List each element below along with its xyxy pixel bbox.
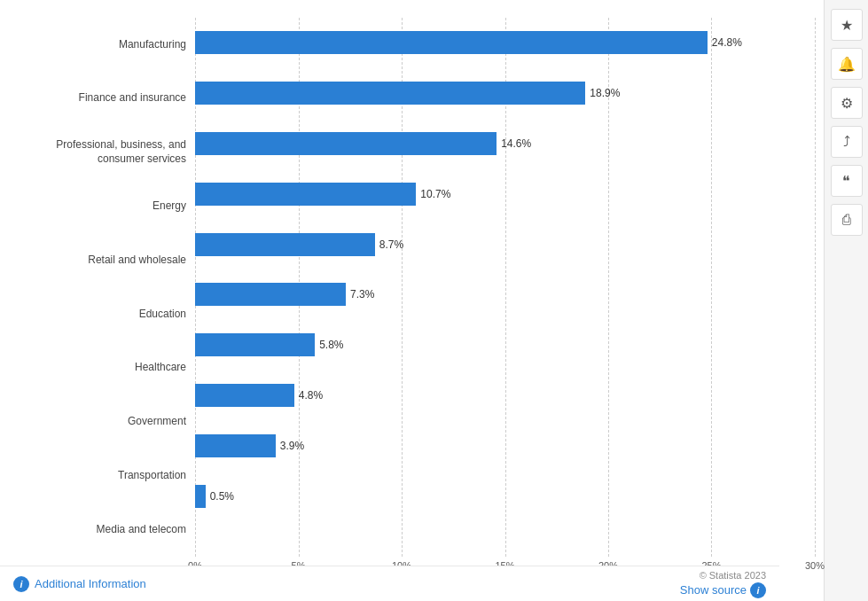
bar-label-9: Media and telecom [9,514,195,546]
info-icon: i [13,576,29,592]
bar-rect-3 [195,183,416,206]
bar-value-6: 5.8% [319,339,343,351]
bar-item-2: 14.6% [195,128,815,160]
bar-label-5: Education [9,298,195,330]
chart-wrapper: ManufacturingFinance and insuranceProfes… [9,18,815,592]
bar-value-0: 24.8% [712,36,742,49]
bar-rect-6 [195,333,315,356]
bar-value-3: 10.7% [420,188,450,200]
show-source-icon: i [750,582,766,598]
bottom-right: © Statista 2023 Show source i [680,570,766,598]
bar-value-5: 7.3% [350,288,374,300]
bar-label-0: Manufacturing [9,28,195,60]
bookmark-button[interactable]: ★ [831,9,863,41]
bar-item-1: 18.9% [195,77,815,109]
statista-credit: © Statista 2023 [700,570,766,581]
bar-value-7: 4.8% [299,389,323,402]
bar-item-0: 24.8% [195,27,815,59]
x-tick-30%: 30% [805,560,825,571]
bar-item-8: 3.9% [195,430,815,462]
bar-value-1: 18.9% [590,87,620,99]
bar-label-2: Professional, business, and consumer ser… [9,137,195,168]
bar-rect-8 [195,434,276,457]
settings-button[interactable]: ⚙ [831,87,863,119]
bar-rect-2 [195,132,497,155]
right-sidebar: ★🔔⚙⤴❝⎙ [824,0,868,601]
bar-value-8: 3.9% [280,440,304,452]
show-source-label: Show source [680,583,747,597]
grid-line-30% [815,18,816,557]
bar-rect-7 [195,384,294,407]
bars-area: 24.8%18.9%14.6%10.7%8.7%7.3%5.8%4.8%3.9%… [195,18,815,557]
bar-rect-9 [195,485,206,508]
bar-rect-0 [195,31,708,54]
bar-label-8: Transportation [9,460,195,492]
additional-info-button[interactable]: i Additional Information [13,576,146,592]
alert-button[interactable]: 🔔 [831,48,863,80]
print-button[interactable]: ⎙ [831,204,863,236]
bar-item-7: 4.8% [195,379,815,411]
bar-label-6: Healthcare [9,352,195,384]
bar-value-4: 8.7% [379,238,403,251]
bar-item-6: 5.8% [195,329,815,361]
grid-and-bars: ManufacturingFinance and insuranceProfes… [9,18,815,592]
plot-area: 24.8%18.9%14.6%10.7%8.7%7.3%5.8%4.8%3.9%… [195,18,815,592]
bar-rect-5 [195,283,346,306]
show-source-button[interactable]: Show source i [680,582,766,598]
bar-item-9: 0.5% [195,480,815,512]
labels-column: ManufacturingFinance and insuranceProfes… [9,18,195,592]
bar-item-3: 10.7% [195,178,815,210]
bar-label-1: Finance and insurance [9,82,195,114]
bar-rect-1 [195,82,585,105]
bar-label-4: Retail and wholesale [9,245,195,277]
additional-info-label: Additional Information [35,577,146,590]
bar-value-9: 0.5% [210,490,234,503]
share-button[interactable]: ⤴ [831,126,863,158]
bottom-bar: i Additional Information © Statista 2023… [0,566,779,601]
quote-button[interactable]: ❝ [831,165,863,197]
main-content: ManufacturingFinance and insuranceProfes… [0,0,824,601]
bar-item-5: 7.3% [195,278,815,310]
bar-rect-4 [195,233,375,256]
bar-item-4: 8.7% [195,229,815,261]
bar-value-2: 14.6% [501,137,531,150]
bar-label-3: Energy [9,191,195,222]
bar-label-7: Government [9,406,195,438]
